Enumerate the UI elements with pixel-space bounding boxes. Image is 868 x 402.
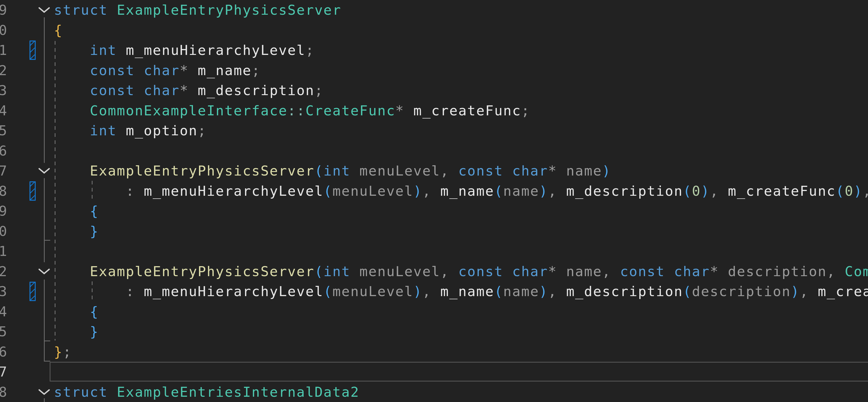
line-number: 7 xyxy=(0,161,8,181)
line-number: 0 xyxy=(0,20,8,40)
code-line[interactable]: ExampleEntryPhysicsServer(int menuLevel,… xyxy=(54,261,868,282)
code-token: , xyxy=(602,264,611,279)
code-token xyxy=(557,183,566,199)
code-row: 5 } xyxy=(0,322,868,342)
code-token xyxy=(135,63,144,78)
line-number: 3 xyxy=(0,80,8,101)
code-token: { xyxy=(90,203,99,219)
code-token: , xyxy=(440,264,449,279)
code-token: m_description xyxy=(566,283,683,299)
code-line[interactable]: const char* m_description; xyxy=(54,80,323,101)
line-number: 8 xyxy=(0,181,8,201)
code-row: 0{ xyxy=(0,20,868,40)
code-token xyxy=(809,283,818,299)
code-line[interactable]: } xyxy=(54,322,99,342)
code-token xyxy=(54,63,90,78)
code-row: 7 xyxy=(0,362,868,382)
fold-guide-end-tick xyxy=(44,340,50,341)
code-row: 0 } xyxy=(0,221,868,241)
code-token xyxy=(54,264,90,279)
code-token: } xyxy=(90,223,99,239)
code-token: , xyxy=(710,183,719,199)
code-token xyxy=(503,264,512,279)
code-line[interactable]: const char* m_name; xyxy=(54,60,260,81)
code-token xyxy=(54,82,90,98)
code-token: int xyxy=(323,163,351,179)
modified-lines-gutter-indicator[interactable] xyxy=(29,282,36,301)
modified-lines-gutter-indicator[interactable] xyxy=(29,181,36,201)
code-token: description xyxy=(692,283,791,299)
code-token: ; xyxy=(521,103,530,119)
code-row: 6 xyxy=(0,141,868,161)
code-token: ) xyxy=(701,183,710,199)
code-token: m_name xyxy=(440,183,494,199)
code-token: 0 xyxy=(692,183,701,199)
code-token: menuLevel xyxy=(359,264,440,279)
code-line[interactable]: : m_menuHierarchyLevel(menuLevel), m_nam… xyxy=(54,281,868,302)
code-token: ; xyxy=(306,42,314,58)
code-token: , xyxy=(548,283,557,299)
code-token: menuLevel xyxy=(359,163,440,179)
code-line[interactable]: { xyxy=(54,201,99,221)
fold-chevron-icon[interactable] xyxy=(38,7,50,13)
code-line[interactable]: struct ExampleEntryPhysicsServer xyxy=(54,0,341,20)
code-token: , xyxy=(440,163,449,179)
code-line[interactable]: { xyxy=(54,20,63,40)
code-token: ; xyxy=(63,344,72,360)
code-token: ExampleEntryPhysicsServer xyxy=(90,264,315,279)
code-token xyxy=(719,264,728,279)
code-token xyxy=(189,82,198,98)
line-number: 2 xyxy=(0,60,8,81)
code-row: 3 : m_menuHierarchyLevel(menuLevel), m_n… xyxy=(0,281,868,302)
line-number: 0 xyxy=(0,221,8,241)
code-token: ) xyxy=(602,163,611,179)
line-number: 9 xyxy=(0,0,8,20)
code-token xyxy=(108,384,117,400)
code-token xyxy=(350,163,359,179)
code-line[interactable]: struct ExampleEntriesInternalData2 xyxy=(54,382,359,402)
code-token: int xyxy=(90,42,117,58)
line-number: 1 xyxy=(0,40,8,60)
line-number: 1 xyxy=(0,241,8,261)
fold-chevron-icon[interactable] xyxy=(38,268,50,275)
code-token: int xyxy=(90,123,117,138)
code-token xyxy=(117,42,126,58)
code-line[interactable]: int m_option; xyxy=(54,121,207,141)
code-line[interactable]: ExampleEntryPhysicsServer(int menuLevel,… xyxy=(54,161,611,181)
code-token: { xyxy=(90,304,99,320)
code-token: : xyxy=(126,183,135,199)
code-token xyxy=(449,163,458,179)
code-token: ( xyxy=(314,163,323,179)
code-token: ( xyxy=(683,183,692,199)
code-token: * xyxy=(710,264,719,279)
code-row: 7 ExampleEntryPhysicsServer(int menuLeve… xyxy=(0,161,868,181)
fold-guide-end-tick xyxy=(44,240,50,241)
code-row: 9struct ExampleEntryPhysicsServer xyxy=(0,0,868,20)
code-token: ( xyxy=(323,283,333,299)
indent-guide xyxy=(92,181,93,201)
code-line[interactable]: { xyxy=(54,302,99,322)
code-token xyxy=(117,123,126,138)
fold-chevron-icon[interactable] xyxy=(38,167,50,174)
indent-guide xyxy=(55,41,56,340)
code-token xyxy=(54,283,126,299)
code-token: 0 xyxy=(845,183,854,199)
code-token xyxy=(431,283,440,299)
code-row: 4 CommonExampleInterface::CreateFunc* m_… xyxy=(0,101,868,121)
code-token: int xyxy=(323,264,351,279)
code-line[interactable]: CommonExampleInterface::CreateFunc* m_cr… xyxy=(54,101,530,121)
code-line[interactable]: int m_menuHierarchyLevel; xyxy=(54,40,314,60)
modified-lines-gutter-indicator[interactable] xyxy=(29,40,36,60)
code-token xyxy=(108,2,117,18)
fold-chevron-icon[interactable] xyxy=(38,389,50,395)
line-number: 4 xyxy=(0,302,8,322)
code-line[interactable]: } xyxy=(54,221,99,241)
fold-guide-segment xyxy=(44,18,45,163)
line-number: 6 xyxy=(0,342,8,362)
code-token xyxy=(54,223,90,239)
code-token: :: xyxy=(287,103,306,119)
code-token: ) xyxy=(539,183,548,199)
code-token: char xyxy=(512,264,548,279)
code-line[interactable]: }; xyxy=(54,342,72,362)
code-line[interactable]: : m_menuHierarchyLevel(menuLevel), m_nam… xyxy=(54,181,868,201)
